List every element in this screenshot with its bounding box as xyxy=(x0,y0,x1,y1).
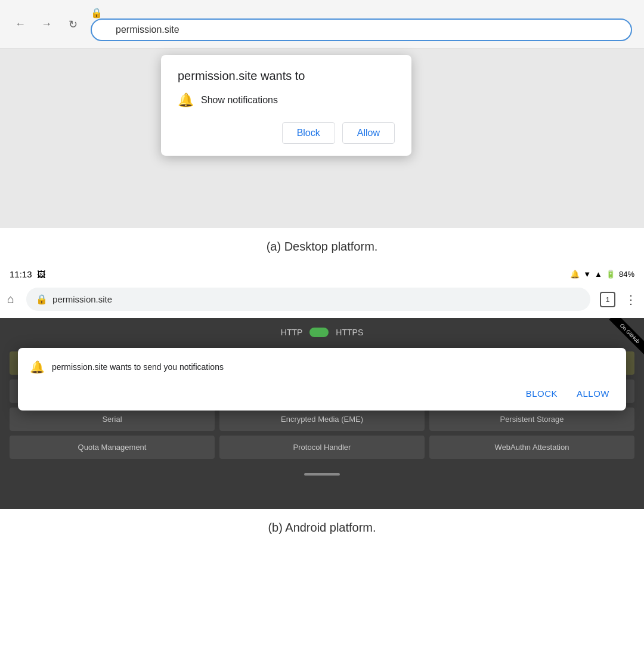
https-label: HTTPS xyxy=(336,328,363,337)
android-address-bar-row: ⌂ 🔒 permission.site 1 ⋮ xyxy=(0,283,644,318)
dialog-title: permission.site wants to xyxy=(178,69,395,83)
quota-button[interactable]: Quota Management xyxy=(10,436,215,459)
android-permission-dialog: 🔔 permission.site wants to send you noti… xyxy=(18,348,626,411)
http-bar: HTTP HTTPS xyxy=(0,328,644,337)
forward-button[interactable]: → xyxy=(38,16,55,33)
android-address-bar[interactable]: 🔒 permission.site xyxy=(26,288,590,311)
address-bar-container: 🔒 permission.site xyxy=(91,7,632,41)
persistent-storage-button[interactable]: Persistent Storage xyxy=(429,408,634,431)
status-right: 🔔 ▼ ▲ 🔋 84% xyxy=(570,270,634,279)
android-bottom-grid: Serial Encrypted Media (EME) Persistent … xyxy=(0,403,644,468)
reload-button[interactable]: ↻ xyxy=(64,16,81,33)
signal-icon: ▲ xyxy=(595,270,602,279)
android-section: 11:13 🖼 🔔 ▼ ▲ 🔋 84% ⌂ 🔒 permission.site … xyxy=(0,266,644,509)
address-bar[interactable]: permission.site xyxy=(91,18,632,41)
webauthn-button[interactable]: WebAuthn Attestation xyxy=(429,436,634,459)
battery-percent: 84% xyxy=(619,270,634,279)
bell-icon: 🔔 xyxy=(178,92,194,108)
dialog-permission-row: 🔔 Show notifications xyxy=(178,92,395,108)
wifi-icon: ▼ xyxy=(583,270,591,279)
desktop-caption-text: (a) Desktop platform. xyxy=(267,240,378,253)
http-label: HTTP xyxy=(281,328,303,337)
protocol-button[interactable]: Protocol Handler xyxy=(219,436,425,459)
android-block-button[interactable]: Block xyxy=(521,386,562,401)
time: 11:13 xyxy=(10,269,32,279)
dialog-buttons: Block Allow xyxy=(178,122,395,144)
permission-label: Show notifications xyxy=(201,95,278,106)
https-toggle xyxy=(309,328,329,337)
browser-content-desktop: permission.site wants to 🔔 Show notifica… xyxy=(0,49,644,228)
android-allow-button[interactable]: Allow xyxy=(572,386,614,401)
android-url-text: permission.site xyxy=(52,294,581,304)
home-button[interactable]: ⌂ xyxy=(7,292,14,306)
android-browser-content: HTTP HTTPS 🔔 permission.site wants to se… xyxy=(0,318,644,509)
tab-count: 1 xyxy=(606,296,609,303)
android-dialog-text: permission.site wants to send you notifi… xyxy=(52,362,224,372)
status-left: 11:13 🖼 xyxy=(10,269,45,279)
android-lock-icon: 🔒 xyxy=(36,294,48,305)
desktop-permission-dialog: permission.site wants to 🔔 Show notifica… xyxy=(161,55,411,156)
eme-button[interactable]: Encrypted Media (EME) xyxy=(219,408,425,431)
android-caption-text: (b) Android platform. xyxy=(268,521,376,534)
url-text: permission.site xyxy=(116,24,179,35)
android-tab-button[interactable]: 1 xyxy=(600,292,615,307)
android-menu-button[interactable]: ⋮ xyxy=(625,292,637,307)
android-caption: (b) Android platform. xyxy=(268,509,376,547)
android-dialog-buttons: Block Allow xyxy=(30,386,614,401)
desktop-section: ← → ↻ 🔒 permission.site permission.site … xyxy=(0,0,644,228)
desktop-caption: (a) Desktop platform. xyxy=(267,228,378,266)
back-button[interactable]: ← xyxy=(12,16,29,33)
browser-chrome: ← → ↻ 🔒 permission.site xyxy=(0,0,644,49)
android-dialog-top: 🔔 permission.site wants to send you noti… xyxy=(30,360,614,374)
home-indicator xyxy=(304,473,340,476)
lock-icon: 🔒 xyxy=(91,8,103,18)
screenshot-icon: 🖼 xyxy=(37,270,45,279)
battery-icon: 🔋 xyxy=(606,270,615,279)
volume-icon: 🔔 xyxy=(570,270,580,279)
serial-button[interactable]: Serial xyxy=(10,408,215,431)
block-button[interactable]: Block xyxy=(282,122,335,144)
allow-button[interactable]: Allow xyxy=(342,122,395,144)
android-bell-icon: 🔔 xyxy=(30,360,45,374)
android-status-bar: 11:13 🖼 🔔 ▼ ▲ 🔋 84% xyxy=(0,266,644,283)
